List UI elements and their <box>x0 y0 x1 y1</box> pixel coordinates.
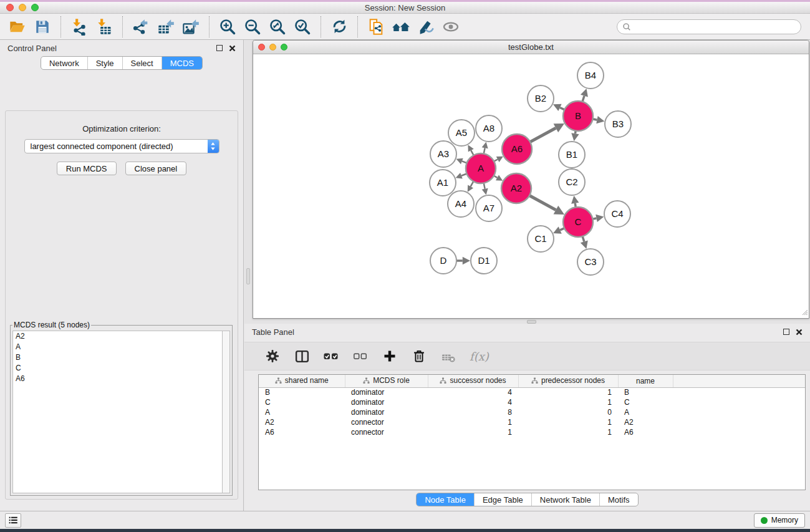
table-cell[interactable]: B <box>618 387 673 397</box>
graph-node-C1[interactable]: C1 <box>528 226 554 252</box>
toggle-graphics-details-button[interactable] <box>413 16 438 38</box>
save-session-button[interactable] <box>30 16 55 38</box>
zoom-out-button[interactable] <box>240 16 265 38</box>
graph-edge-A-A8[interactable] <box>482 142 488 154</box>
graph-node-C2[interactable]: C2 <box>559 169 585 195</box>
table-cell[interactable]: 1 <box>518 417 618 427</box>
close-panel-button[interactable]: Close panel <box>125 162 187 175</box>
duplicate-network-button[interactable] <box>364 16 388 38</box>
graph-edge-A-A2[interactable] <box>494 175 503 180</box>
table-cell[interactable]: A6 <box>259 427 345 437</box>
graph-node-C3[interactable]: C3 <box>577 249 604 275</box>
table-cell[interactable]: 0 <box>518 407 618 417</box>
table-row[interactable]: A6connector11A6 <box>259 427 805 437</box>
table-cell[interactable]: dominator <box>345 397 428 407</box>
table-cell[interactable]: dominator <box>345 387 428 397</box>
column-header-successor-nodes[interactable]: successor nodes <box>428 375 518 387</box>
table-row[interactable]: A2connector11A2 <box>259 417 805 427</box>
function-builder-button[interactable]: f(x) <box>470 350 489 363</box>
tab-style[interactable]: Style <box>87 57 122 69</box>
mcds-result-item[interactable]: B <box>13 352 222 363</box>
graph-node-A8[interactable]: A8 <box>476 115 502 142</box>
graph-node-B[interactable]: B <box>563 101 593 131</box>
create-column-button[interactable] <box>380 347 399 365</box>
graph-node-B1[interactable]: B1 <box>559 142 585 168</box>
run-mcds-button[interactable]: Run MCDS <box>57 162 117 175</box>
graph-node-C[interactable]: C <box>563 207 593 237</box>
delete-table-button[interactable] <box>439 347 458 365</box>
table-cell[interactable]: A <box>618 407 673 417</box>
column-header-mcds-role[interactable]: MCDS role <box>345 375 428 387</box>
table-cell[interactable]: 1 <box>518 387 618 397</box>
table-cell[interactable]: A2 <box>618 417 673 427</box>
graph-node-B4[interactable]: B4 <box>577 62 604 89</box>
memory-button[interactable]: Memory <box>754 513 805 528</box>
search-input[interactable] <box>631 21 801 32</box>
table-cell[interactable]: C <box>259 397 345 407</box>
graph-node-A4[interactable]: A4 <box>448 191 474 217</box>
table-cell[interactable]: A2 <box>259 417 345 427</box>
graph-edge-A2-C[interactable] <box>529 195 564 215</box>
show-hide-graphics-button[interactable] <box>438 16 463 38</box>
graph-edge-B-B3[interactable] <box>593 116 605 123</box>
show-all-networks-button[interactable] <box>388 16 413 38</box>
graph-node-A6[interactable]: A6 <box>502 134 532 164</box>
table-cell[interactable]: 4 <box>428 387 518 397</box>
graph-node-B2[interactable]: B2 <box>528 85 554 112</box>
graph-node-D1[interactable]: D1 <box>471 248 497 274</box>
table-cell[interactable]: 1 <box>428 427 518 437</box>
graph-node-A2[interactable]: A2 <box>501 173 531 203</box>
tab-edge-table[interactable]: Edge Table <box>474 493 531 506</box>
table-cell[interactable]: 4 <box>428 397 518 407</box>
zoom-fit-button[interactable] <box>265 16 290 38</box>
graph-edge-D-D1[interactable] <box>456 257 470 264</box>
search-field[interactable] <box>617 19 801 34</box>
graph-edge-B-B1[interactable] <box>571 131 579 142</box>
table-cell[interactable]: 8 <box>428 407 518 417</box>
table-cell[interactable]: connector <box>345 417 428 427</box>
mcds-result-item[interactable]: A2 <box>13 331 222 342</box>
table-cell[interactable]: 1 <box>428 417 518 427</box>
tab-select[interactable]: Select <box>122 57 162 69</box>
column-header-shared-name[interactable]: shared name <box>259 375 345 387</box>
graph-edge-B-B4[interactable] <box>581 89 588 102</box>
table-cell[interactable]: A6 <box>618 427 673 437</box>
table-cell[interactable]: 1 <box>518 427 618 437</box>
graph-edge-A-A6[interactable] <box>494 157 503 162</box>
network-canvas[interactable]: B4B2BB3A8A5A6A3B1AA1C2A2A4A7C4CC1DD1C3 <box>253 55 809 318</box>
import-network-button[interactable] <box>67 16 92 38</box>
graph-edge-A-A1[interactable] <box>456 173 467 178</box>
resize-grip-icon[interactable] <box>801 308 808 317</box>
graph-edge-A-A3[interactable] <box>456 158 467 164</box>
select-all-button[interactable] <box>322 347 340 365</box>
graph-node-A3[interactable]: A3 <box>430 141 456 167</box>
table-cell[interactable]: 1 <box>518 397 618 407</box>
graph-node-D[interactable]: D <box>430 248 456 274</box>
column-header-name[interactable]: name <box>618 375 673 387</box>
table-cell[interactable]: C <box>618 397 673 407</box>
tab-motifs[interactable]: Motifs <box>599 493 638 506</box>
graph-node-A[interactable]: A <box>466 153 496 183</box>
tab-network-table[interactable]: Network Table <box>531 493 599 506</box>
table-cell[interactable]: connector <box>345 427 428 437</box>
table-options-button[interactable] <box>263 347 282 365</box>
graph-edge-A-A7[interactable] <box>482 183 488 195</box>
export-network-button[interactable] <box>128 16 153 38</box>
table-row[interactable]: Bdominator41B <box>259 387 805 397</box>
table-cell[interactable]: B <box>259 387 345 397</box>
scrollbar[interactable] <box>222 331 230 493</box>
import-table-button[interactable] <box>92 16 117 38</box>
table-row[interactable]: Adominator80A <box>259 407 805 417</box>
float-panel-icon[interactable] <box>216 45 223 51</box>
float-table-panel-icon[interactable] <box>783 329 789 335</box>
criterion-select[interactable]: largest connected component (directed) <box>24 139 219 153</box>
graph-node-B3[interactable]: B3 <box>605 111 631 137</box>
mcds-result-item[interactable]: A <box>13 342 222 352</box>
export-image-button[interactable] <box>178 16 203 38</box>
graph-edge-C-C3[interactable] <box>581 236 588 249</box>
show-columns-button[interactable] <box>292 347 311 365</box>
graph-node-A5[interactable]: A5 <box>448 120 475 146</box>
tab-network[interactable]: Network <box>41 57 87 69</box>
graph-edge-A-A5[interactable] <box>468 145 474 155</box>
task-history-button[interactable] <box>5 513 21 528</box>
